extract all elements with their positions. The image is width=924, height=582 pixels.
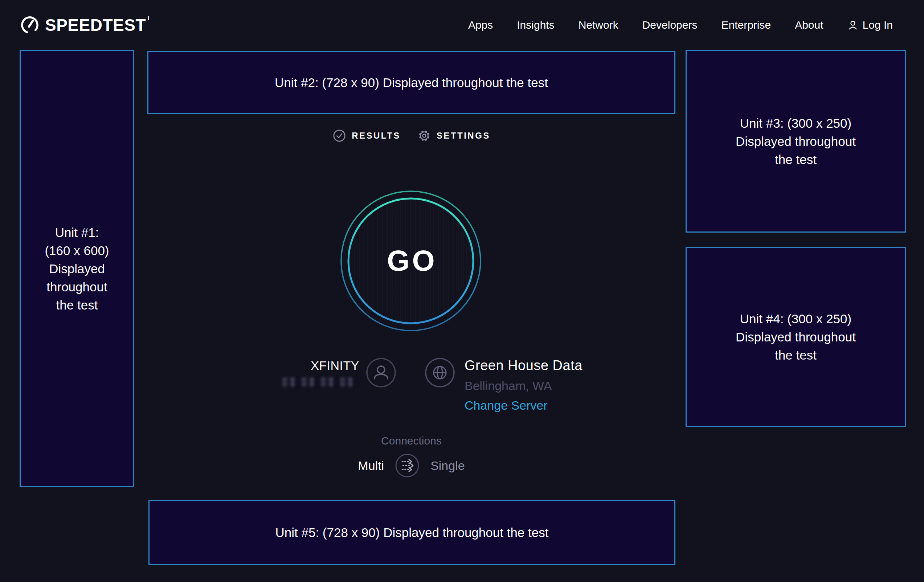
main-nav: Apps Insights Network Developers Enterpr… (468, 19, 893, 31)
connections-label: Connections (381, 434, 442, 447)
go-button[interactable]: GO (340, 190, 482, 331)
server-info: Green House Data Bellingham, WA Change S… (425, 358, 582, 413)
speedtest-logo[interactable]: SPEEDTEST (20, 15, 149, 35)
ad-unit-5[interactable]: Unit #5: (728 x 90) Displayed throughout… (148, 500, 675, 565)
login-label: Log In (863, 19, 893, 31)
change-server-link[interactable]: Change Server (465, 397, 548, 413)
nav-apps[interactable]: Apps (468, 19, 493, 31)
nav-enterprise[interactable]: Enterprise (721, 19, 771, 31)
connections-toggle[interactable] (395, 453, 419, 478)
tab-results[interactable]: RESULTS (332, 129, 401, 143)
user-icon (847, 20, 858, 30)
nav-network[interactable]: Network (579, 19, 619, 31)
gear-icon (417, 129, 431, 143)
connections-single-option[interactable]: Single (431, 458, 465, 473)
multi-arrows-icon (395, 453, 419, 478)
connections-section: Connections Multi Single (147, 434, 675, 478)
isp-info: XFINITY (282, 358, 396, 388)
go-label: GO (340, 190, 482, 331)
server-name: Green House Data (465, 358, 582, 373)
check-circle-icon (332, 129, 346, 143)
ad-unit-4[interactable]: Unit #4: (300 x 250) Displayed throughou… (686, 247, 906, 427)
isp-name: XFINITY (311, 358, 359, 373)
person-circle-icon (366, 358, 396, 388)
nav-insights[interactable]: Insights (517, 19, 554, 31)
login-button[interactable]: Log In (847, 19, 893, 31)
ad-unit-3[interactable]: Unit #3: (300 x 250) Displayed throughou… (686, 50, 906, 232)
connections-multi-option[interactable]: Multi (358, 458, 384, 473)
globe-circle-icon (425, 358, 455, 413)
trademark-mark (148, 16, 149, 20)
server-location: Bellingham, WA (465, 378, 552, 393)
tab-settings-label: SETTINGS (437, 130, 490, 141)
speedtest-page: SPEEDTEST Apps Insights Network Develope… (0, 0, 924, 582)
logo-text: SPEEDTEST (45, 15, 149, 35)
gauge-icon (20, 16, 39, 35)
nav-developers[interactable]: Developers (642, 19, 698, 31)
tabs-bar: RESULTS SETTINGS (147, 129, 675, 143)
ad-unit-1[interactable]: Unit #1: (160 x 600) Displayed throughou… (20, 50, 134, 487)
header: SPEEDTEST Apps Insights Network Develope… (0, 0, 924, 50)
redacted-ip (282, 377, 359, 387)
tab-results-label: RESULTS (351, 130, 401, 141)
ad-unit-2[interactable]: Unit #2: (728 x 90) Displayed throughout… (147, 51, 675, 114)
tab-settings[interactable]: SETTINGS (417, 129, 490, 143)
nav-about[interactable]: About (795, 19, 823, 31)
